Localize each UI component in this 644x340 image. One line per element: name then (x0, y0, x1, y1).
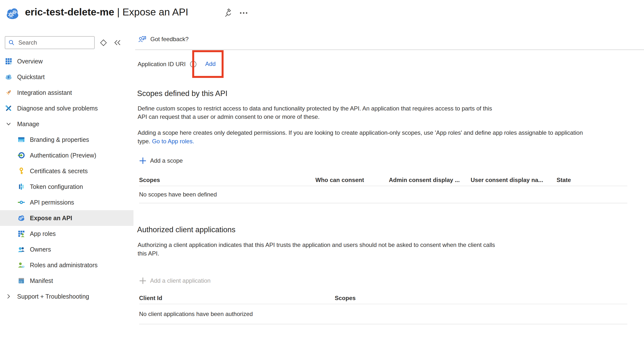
sidebar-item-label: API permissions (30, 199, 74, 206)
sidebar-nav: OverviewQuickstartIntegration assistantD… (0, 54, 134, 304)
sidebar-item-manifest[interactable]: { }Manifest (0, 273, 134, 288)
plus-icon (140, 278, 146, 284)
sidebar-item-diagnose-and-solve-problems[interactable]: Diagnose and solve problems (0, 100, 134, 116)
sidebar-item-api-permissions[interactable]: API permissions (0, 194, 134, 210)
sidebar-item-quickstart[interactable]: Quickstart (0, 69, 134, 85)
sidebar-item-manage[interactable]: Manage (0, 116, 134, 132)
sidebar-item-app-roles[interactable]: App roles (0, 226, 134, 242)
overview-icon (5, 58, 12, 65)
pin-icon[interactable] (223, 7, 234, 18)
sidebar-item-label: Overview (17, 58, 42, 65)
app-roles-icon (18, 230, 25, 237)
column-header: Scopes (139, 176, 316, 184)
sidebar-item-authentication-preview[interactable]: Authentication (Preview) (0, 148, 134, 163)
double-chevron-left-icon[interactable] (113, 38, 122, 47)
sidebar-item-label: Owners (30, 246, 51, 253)
main-content: Got feedback? Application ID URI Add Sco… (134, 32, 644, 340)
got-feedback-button[interactable]: Got feedback? (138, 35, 188, 43)
sidebar-item-label: Support + Troubleshooting (17, 293, 89, 300)
scopes-description-line1: Define custom scopes to restrict access … (138, 105, 492, 112)
expose-api-cloud-icon (6, 6, 20, 20)
sidebar-item-certificates-secrets[interactable]: Certificates & secrets (0, 163, 134, 179)
sidebar-item-label: Diagnose and solve problems (17, 105, 98, 112)
sidebar-item-token-configuration[interactable]: Token configuration (0, 179, 134, 194)
sidebar-item-label: Certificates & secrets (30, 168, 88, 175)
add-application-id-uri-link[interactable]: Add (205, 60, 216, 67)
search-box (5, 36, 94, 49)
sidebar-item-overview[interactable]: Overview (0, 54, 134, 69)
sidebar-item-label: Manifest (30, 277, 53, 284)
page-header: eric-test-delete-me | Expose an API (0, 0, 644, 32)
sidebar-item-expose-an-api[interactable]: Expose an API (0, 210, 134, 226)
sidebar-item-label: Integration assistant (17, 89, 72, 96)
sidebar: OverviewQuickstartIntegration assistantD… (0, 32, 134, 340)
title-separator: | (114, 6, 122, 18)
authorized-clients-empty-message: No client applications have been authori… (139, 304, 627, 324)
scopes-note-line1: Adding a scope here creates only delegat… (138, 129, 583, 136)
owners-icon (18, 246, 25, 253)
column-header: Client Id (139, 295, 335, 302)
tools-icon (5, 104, 12, 112)
sidebar-item-integration-assistant[interactable]: Integration assistant (0, 85, 134, 100)
authorized-clients-description-line2: this API. (138, 250, 159, 257)
sidebar-item-label: Authentication (Preview) (30, 152, 96, 159)
column-header: User consent display na... (471, 176, 556, 184)
quickstart-icon (5, 73, 12, 80)
sidebar-item-branding-properties[interactable]: wwwBranding & properties (0, 132, 134, 148)
go-to-app-roles-link[interactable]: Go to App roles. (152, 138, 194, 144)
search-input[interactable] (18, 39, 91, 46)
sidebar-item-roles-and-administrators[interactable]: Roles and administrators (0, 257, 134, 273)
search-icon (8, 39, 15, 46)
column-header: State (556, 176, 627, 184)
token-bars-icon (18, 183, 25, 190)
sidebar-item-support-troubleshooting[interactable]: Support + Troubleshooting (0, 288, 134, 304)
column-header: Scopes (335, 295, 627, 302)
column-header: Admin consent display ... (389, 176, 471, 184)
authorized-clients-description: Authorizing a client application indicat… (138, 240, 495, 258)
chevron-right-icon (5, 293, 12, 300)
api-permissions-icon (18, 199, 25, 206)
sidebar-item-label: Expose an API (30, 214, 72, 222)
sidebar-item-label: Branding & properties (30, 136, 89, 143)
rocket-icon (5, 89, 12, 96)
person-feedback-icon (138, 35, 146, 43)
sidebar-item-label: Token configuration (30, 183, 83, 190)
manifest-icon: { } (18, 277, 25, 284)
sidebar-item-label: Roles and administrators (30, 262, 98, 269)
sidebar-item-owners[interactable]: Owners (0, 242, 134, 257)
sidebar-item-label: App roles (30, 230, 56, 237)
scopes-description: Define custom scopes to restrict access … (138, 104, 492, 121)
info-icon (190, 61, 197, 68)
add-a-client-application-button[interactable]: Add a client application (140, 277, 210, 284)
reorder-icon[interactable] (99, 38, 108, 47)
branding-icon: www (18, 136, 25, 143)
authentication-icon (18, 152, 25, 159)
key-icon (18, 167, 25, 175)
chevron-down-icon (5, 120, 12, 128)
sidebar-item-label: Quickstart (17, 74, 45, 80)
authorized-clients-description-line1: Authorizing a client application indicat… (138, 242, 495, 248)
application-id-uri-label: Application ID URI (138, 61, 186, 68)
ellipsis-icon[interactable] (238, 7, 249, 18)
scopes-note: Adding a scope here creates only delegat… (138, 128, 583, 146)
authorized-clients-table-header: Client IdScopes (139, 292, 627, 304)
scopes-table: ScopesWho can consentAdmin consent displ… (139, 174, 627, 203)
scopes-description-line2: API can request that a user or admin con… (138, 114, 320, 120)
page-title: eric-test-delete-me | Expose an API (25, 6, 188, 18)
plus-icon (140, 158, 146, 164)
add-a-client-application-label: Add a client application (150, 277, 210, 284)
svg-text:{ }: { } (20, 280, 22, 283)
authorized-clients-section-title: Authorized client applications (137, 225, 236, 234)
scopes-section-title: Scopes defined by this API (137, 89, 228, 98)
expose-api-cloud-icon (18, 214, 25, 222)
app-name: eric-test-delete-me (25, 6, 114, 18)
command-bar: Got feedback? (135, 32, 644, 50)
add-a-scope-label: Add a scope (150, 157, 183, 164)
authorized-clients-table: Client IdScopes No client applications h… (139, 292, 627, 324)
got-feedback-label: Got feedback? (150, 36, 188, 42)
scopes-note-line2-prefix: type. (138, 138, 152, 144)
scopes-table-header: ScopesWho can consentAdmin consent displ… (139, 174, 627, 186)
scopes-empty-message: No scopes have been defined (139, 186, 627, 203)
blade-name: Expose an API (122, 6, 188, 18)
add-a-scope-button[interactable]: Add a scope (140, 157, 183, 164)
